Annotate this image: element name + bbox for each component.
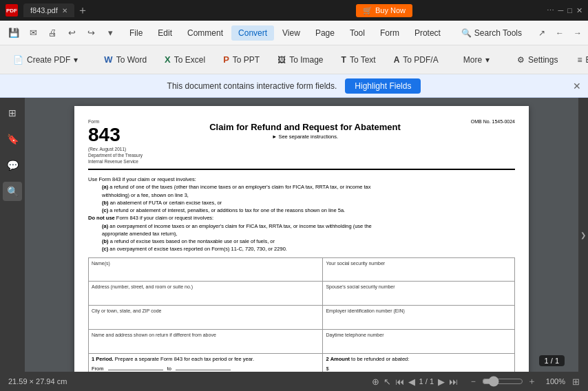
app-logo: PDF xyxy=(6,4,18,17)
zoom-controls: － ＋ 100% ⊞ xyxy=(469,375,580,388)
section2-num: 2 xyxy=(326,356,328,362)
active-tab[interactable]: f843.pdf ✕ xyxy=(23,3,74,17)
zoom-out-button[interactable]: － xyxy=(469,375,478,388)
city-label: City or town, state, and ZIP code xyxy=(92,308,319,315)
create-pdf-icon: 📄 xyxy=(13,55,23,65)
to-ppt-button[interactable]: P To PPT xyxy=(216,50,267,69)
batch-convert-button[interactable]: ≡ Batch Conve... xyxy=(569,51,588,69)
left-sidebar: ⊞ 🔖 💬 🔍 xyxy=(0,98,25,372)
sidebar-bookmark-icon[interactable]: 🔖 xyxy=(3,129,22,149)
sidebar-comment-icon[interactable]: 💬 xyxy=(3,156,22,175)
first-page-button[interactable]: ⏮ xyxy=(395,377,404,387)
external-link-icon[interactable]: ↗ xyxy=(534,25,549,41)
settings-button[interactable]: ⚙ Settings xyxy=(510,51,565,69)
total-page: 1 xyxy=(430,377,434,385)
form-rev: (Rev. August 2011) xyxy=(88,146,126,152)
search-tools-button[interactable]: 🔍 Search Tools xyxy=(454,25,529,41)
menu-form[interactable]: Form xyxy=(373,25,406,41)
name-field[interactable] xyxy=(92,266,319,279)
menu-comment[interactable]: Comment xyxy=(180,25,230,41)
to-word-button[interactable]: W To Word xyxy=(96,50,154,69)
settings-label: Settings xyxy=(528,55,558,65)
email-icon[interactable]: ✉ xyxy=(25,25,41,41)
zoom-in-button[interactable]: ＋ xyxy=(527,375,536,388)
to-ppt-label: To PPT xyxy=(233,55,260,65)
more-button[interactable]: More ▾ xyxy=(457,51,496,69)
next-page-button[interactable]: ▶ xyxy=(438,377,445,387)
to-label: to xyxy=(167,366,171,372)
form-number-block: Form 843 (Rev. August 2011) Department o… xyxy=(88,118,171,165)
forward-icon[interactable]: → xyxy=(570,25,585,41)
menu-edit[interactable]: Edit xyxy=(151,25,179,41)
redo-icon[interactable]: ↪ xyxy=(83,25,99,41)
section2-dollar[interactable]: $ xyxy=(326,366,512,372)
undo-icon[interactable]: ↩ xyxy=(63,25,80,41)
to-ppt-icon: P xyxy=(223,54,229,65)
menu-view[interactable]: View xyxy=(275,25,307,41)
notification-close-button[interactable]: ✕ xyxy=(573,81,581,92)
new-tab-button[interactable]: ＋ xyxy=(77,3,88,18)
menu-tool[interactable]: Tool xyxy=(343,25,372,41)
to-pdfa-icon: A xyxy=(394,55,400,65)
tab-filename: f843.pdf xyxy=(30,6,58,14)
zoom-slider[interactable] xyxy=(482,376,523,387)
maximize-button[interactable]: □ xyxy=(567,6,572,14)
menu-file[interactable]: File xyxy=(123,25,149,41)
batch-icon: ≡ xyxy=(577,55,582,65)
fit-page-button[interactable]: ⊞ xyxy=(572,377,580,387)
daytime-label: Daytime telephone number xyxy=(326,332,512,339)
to-text-button[interactable]: T To Text xyxy=(334,51,384,69)
main-area: ⊞ 🔖 💬 🔍 Form 843 (Rev. August 2011) Depa… xyxy=(0,98,588,372)
address-field[interactable] xyxy=(92,290,319,303)
menu-convert[interactable]: Convert xyxy=(231,25,274,41)
ein-field[interactable] xyxy=(326,315,512,327)
dropdown-arrow-icon[interactable]: ▾ xyxy=(102,25,118,41)
cart-icon: 🛒 xyxy=(363,6,372,15)
ssn-label: Your social security number xyxy=(326,260,512,267)
last-page-button[interactable]: ⏭ xyxy=(449,377,458,387)
back-icon[interactable]: ← xyxy=(552,25,567,41)
to-image-button[interactable]: 🖼 To Image xyxy=(270,51,330,69)
to-pdfa-button[interactable]: A To PDF/A xyxy=(386,51,446,69)
sidebar-thumbnail-icon[interactable]: ⊞ xyxy=(3,103,22,123)
name-addr-field[interactable] xyxy=(92,339,319,351)
select-tool-button[interactable]: ↖ xyxy=(384,377,391,387)
instr-1: (a) a refund of one of the taxes (other … xyxy=(102,183,515,191)
highlight-fields-button[interactable]: Highlight Fields xyxy=(345,78,421,94)
menu-protect[interactable]: Protect xyxy=(408,25,448,41)
ssn-field[interactable] xyxy=(326,266,512,279)
save-icon[interactable]: 💾 xyxy=(6,25,22,41)
instr-2: (b) an abatement of FUTA or certain exci… xyxy=(102,199,515,207)
current-page: 1 xyxy=(419,377,423,385)
to-excel-icon: X xyxy=(165,54,171,65)
menu-bar: 💾 ✉ 🖨 ↩ ↪ ▾ File Edit Comment Convert Vi… xyxy=(0,21,588,45)
buy-now-button[interactable]: 🛒 Search Tools Buy Now xyxy=(356,4,412,17)
to-excel-button[interactable]: X To Excel xyxy=(157,50,213,69)
close-button[interactable]: ✕ xyxy=(576,6,582,15)
menu-page[interactable]: Page xyxy=(308,25,342,41)
close-tab-button[interactable]: ✕ xyxy=(62,7,67,14)
to-word-icon: W xyxy=(104,54,112,65)
to-text-icon: T xyxy=(342,55,346,65)
minimize-button[interactable]: ─ xyxy=(558,6,564,14)
form-number: 843 xyxy=(88,125,120,145)
spouse-ssn-label: Spouse's social security number xyxy=(326,284,512,290)
daytime-field[interactable] xyxy=(326,339,512,351)
zoom-percent: 100% xyxy=(540,377,565,385)
right-sidebar-collapse[interactable]: ❯ xyxy=(578,98,588,372)
notification-message: This document contains interactive form … xyxy=(167,81,337,91)
cursor-tool-button[interactable]: ⊕ xyxy=(372,377,379,387)
name-label: Name(s) xyxy=(92,260,319,267)
page-input[interactable]: 1 / 1 xyxy=(419,377,434,385)
page-size-info: 21.59 × 27.94 cm xyxy=(8,377,67,385)
create-pdf-button[interactable]: 📄 Create PDF ▾ xyxy=(6,51,85,69)
more-options-icon[interactable]: ⋯ xyxy=(547,6,554,15)
city-field[interactable] xyxy=(92,315,319,327)
bottom-bar: 21.59 × 27.94 cm ⊕ ↖ ⏮ ◀ 1 / 1 ▶ ⏭ － ＋ 1… xyxy=(0,372,588,391)
spouse-ssn-field[interactable] xyxy=(326,290,512,303)
prev-page-button[interactable]: ◀ xyxy=(408,377,415,387)
to-pdfa-label: To PDF/A xyxy=(403,55,438,65)
print-icon[interactable]: 🖨 xyxy=(44,25,61,41)
form-header: Form 843 (Rev. August 2011) Department o… xyxy=(88,118,515,170)
sidebar-search-icon[interactable]: 🔍 xyxy=(3,182,22,201)
